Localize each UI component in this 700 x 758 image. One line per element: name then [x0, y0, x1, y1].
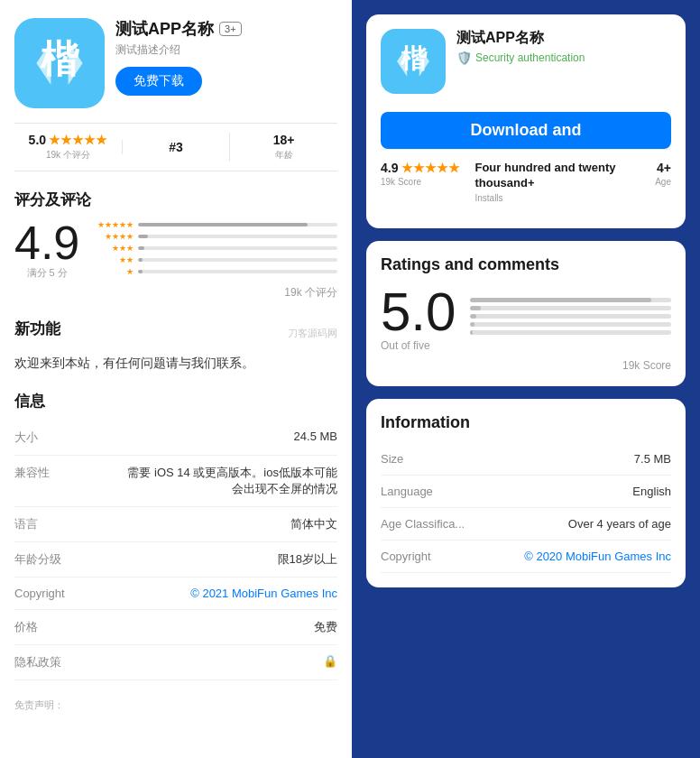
bar-row-2: ★★ — [94, 255, 337, 264]
stats-row: 5.0 ★★★★★ 19k 个评分 #3 18+ 年龄 — [14, 123, 337, 171]
right-stats-row: 4.9 ★★★★★ 19k Score Four hundred and twe… — [381, 149, 671, 214]
ratings-section: 评分及评论 4.9 满分 5 分 ★★★★★ ★★★★ ★★★ — [14, 190, 337, 300]
watermark-new-features: 刀客源码网 — [288, 327, 337, 340]
right-info-lang: Language English — [381, 476, 671, 508]
right-app-card: 楷 测试APP名称 🛡️ Security authentication Dow… — [366, 14, 686, 228]
app-header: 楷 测试APP名称 3+ 测试描述介绍 免费下载 — [14, 18, 337, 108]
right-info-size: Size 7.5 MB — [381, 443, 671, 476]
right-stars: ★★★★★ — [401, 161, 460, 175]
app-info: 测试APP名称 3+ 测试描述介绍 免费下载 — [115, 18, 337, 96]
stat-rating-value: 5.0 ★★★★★ — [14, 133, 122, 147]
right-stat-installs: Four hundred and twenty thousand+ Instal… — [474, 161, 640, 203]
age-value: 18+ — [230, 133, 337, 147]
new-features-section: 新功能 刀客源码网 欢迎来到本站，有任何问题请与我们联系。 — [14, 319, 337, 373]
info-row-price: 价格 免费 — [14, 610, 337, 645]
bar-row-1: ★ — [94, 267, 337, 276]
right-age-label: Age — [655, 177, 671, 187]
age-label: 年龄 — [230, 149, 337, 162]
right-rating-value: 4.9 ★★★★★ — [381, 161, 460, 175]
right-info-copyright: Copyright © 2020 MobiFun Games Inc — [381, 541, 671, 573]
info-row-size: 大小 24.5 MB — [14, 421, 337, 456]
big-score-number: 4.9 — [14, 219, 79, 266]
right-panel: 楷 测试APP名称 🛡️ Security authentication Dow… — [352, 0, 700, 758]
right-stat-age: 4+ Age — [655, 161, 671, 187]
download-button[interactable]: 免费下载 — [115, 67, 202, 96]
right-age-value: 4+ — [655, 161, 671, 175]
right-big-score-container: 5.0 Out of five — [381, 285, 456, 352]
right-big-score: 5.0 — [381, 285, 456, 339]
right-info-card: Information Size 7.5 MB Language English… — [366, 399, 686, 587]
ratings-inner: 4.9 满分 5 分 ★★★★★ ★★★★ ★★★ ★★ — [14, 219, 337, 280]
right-star-bars — [470, 298, 671, 338]
right-app-icon: 楷 — [381, 29, 446, 94]
app-title-row: 测试APP名称 3+ — [115, 18, 337, 40]
shield-icon: 🛡️ — [456, 51, 472, 65]
info-row-copyright: Copyright © 2021 MobiFun Games Inc — [14, 578, 337, 610]
stat-rank: #3 — [122, 140, 230, 154]
right-app-title: 测试APP名称 — [456, 29, 585, 48]
new-features-title: 新功能 — [14, 319, 60, 339]
info-row-age: 年龄分级 限18岁以上 — [14, 542, 337, 578]
disclaimer: 免责声明： — [14, 698, 337, 712]
app-subtitle: 测试描述介绍 — [115, 42, 337, 58]
right-score-label: 19k Score — [381, 177, 460, 187]
ratings-title: 评分及评论 — [14, 190, 337, 210]
bar-row-5: ★★★★★ — [94, 220, 337, 229]
star-bars: ★★★★★ ★★★★ ★★★ ★★ ★ — [94, 220, 337, 279]
ratings-count: 19k 个评分 — [14, 285, 337, 300]
info-row-lang: 语言 简体中文 — [14, 507, 337, 542]
rating-count-label: 19k 个评分 — [14, 149, 122, 162]
security-badge: 🛡️ Security authentication — [456, 51, 585, 65]
info-title: 信息 — [14, 391, 337, 411]
stat-age: 18+ 年龄 — [229, 133, 337, 162]
big-score: 4.9 满分 5 分 — [14, 219, 79, 280]
right-ratings-title: Ratings and comments — [381, 255, 671, 274]
app-icon-large: 楷 — [14, 18, 105, 108]
bar-row-3: ★★★ — [94, 244, 337, 253]
right-ratings-inner: 5.0 Out of five — [381, 285, 671, 352]
info-section: 信息 大小 24.5 MB 兼容性 需要 iOS 14 或更高版本。ios低版本… — [14, 391, 337, 680]
left-panel: 楷 测试APP名称 3+ 测试描述介绍 免费下载 5.0 ★★★★★ 19k 个… — [0, 0, 352, 758]
right-info-age: Age Classifica... Over 4 years of age — [381, 508, 671, 541]
right-download-button[interactable]: Download and — [381, 112, 671, 149]
app-title: 测试APP名称 — [115, 18, 214, 40]
rating-stars: ★★★★★ — [49, 133, 107, 147]
rank-value: #3 — [123, 140, 230, 154]
right-ratings-count: 19k Score — [381, 359, 671, 372]
right-stat-rating: 4.9 ★★★★★ 19k Score — [381, 161, 460, 187]
info-row-compat: 兼容性 需要 iOS 14 或更高版本。ios低版本可能会出现不全屏的情况 — [14, 456, 337, 507]
right-info-title: Information — [381, 413, 671, 432]
age-badge: 3+ — [219, 22, 242, 36]
right-installs-value: Four hundred and twenty thousand+ — [474, 161, 640, 191]
right-app-header: 楷 测试APP名称 🛡️ Security authentication — [381, 29, 671, 94]
info-row-privacy: 隐私政策 🔒 — [14, 645, 337, 680]
right-installs-label: Installs — [474, 193, 640, 203]
features-text: 欢迎来到本站，有任何问题请与我们联系。 — [14, 354, 337, 373]
stat-rating: 5.0 ★★★★★ 19k 个评分 — [14, 133, 122, 162]
right-ratings-card: Ratings and comments 5.0 Out of five — [366, 241, 686, 386]
right-app-info: 测试APP名称 🛡️ Security authentication — [456, 29, 585, 65]
bar-row-4: ★★★★ — [94, 232, 337, 241]
security-text: Security authentication — [475, 51, 585, 64]
